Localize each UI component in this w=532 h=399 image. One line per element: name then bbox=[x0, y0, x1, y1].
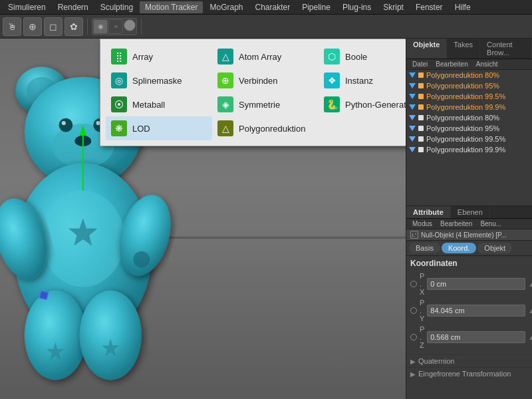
tab-ebenen[interactable]: Ebenen bbox=[451, 206, 490, 218]
list-item[interactable]: Polygonreduktion 80% bbox=[406, 70, 532, 80]
menu-mograph[interactable]: MoGraph bbox=[204, 1, 248, 13]
coord-radio-z[interactable] bbox=[410, 334, 417, 340]
object-color-dot bbox=[418, 136, 424, 142]
coord-radio-y[interactable] bbox=[410, 307, 417, 314]
frozen-transform-collapse[interactable]: ▶ Eingefrorene Transformation bbox=[406, 367, 532, 380]
dropdown-item-boole[interactable]: ⬡ Boole bbox=[319, 45, 406, 68]
null-object-icon: L° bbox=[410, 231, 418, 239]
toolbar-btn-4[interactable]: ✿ bbox=[65, 17, 83, 36]
tab-takes[interactable]: Takes bbox=[447, 39, 480, 59]
dropdown-item-splinemaske[interactable]: ◎ Splinemaske bbox=[106, 68, 212, 92]
menu-plug-ins[interactable]: Plug-ins bbox=[337, 1, 376, 13]
dropdown-item-metaball[interactable]: ⦿ Metaball bbox=[106, 92, 212, 116]
lod-icon: ❋ bbox=[111, 120, 127, 136]
menu-simulieren[interactable]: Simulieren bbox=[3, 1, 51, 13]
toolbar-btn-1[interactable]: 🖱 bbox=[3, 17, 21, 36]
basis-tab-objekt[interactable]: Objekt bbox=[477, 243, 512, 253]
viewport[interactable]: ⣿ Array △ Atom Array ⬡ Boole ◎ Splinemas… bbox=[0, 39, 406, 399]
obj-menu-ansicht[interactable]: Ansicht bbox=[472, 60, 502, 68]
toolbar-separator-1 bbox=[87, 19, 88, 35]
menu-pipeline[interactable]: Pipeline bbox=[297, 1, 336, 13]
list-item[interactable]: Polygonreduktion 95% bbox=[406, 123, 532, 134]
python-generator-icon: 🐍 bbox=[324, 96, 340, 112]
quaternion-collapse[interactable]: ▶ Quaternion bbox=[406, 354, 532, 367]
menu-motion-tracker[interactable]: Motion Tracker bbox=[140, 1, 203, 13]
tab-attribute[interactable]: Attribute bbox=[406, 206, 451, 218]
menu-bar: Simulieren Rendern Sculpting Motion Trac… bbox=[0, 0, 532, 15]
menu-rendern[interactable]: Rendern bbox=[53, 1, 94, 13]
polygonreduktion-icon: △ bbox=[217, 120, 233, 136]
coord-sep-3: ▲ bbox=[528, 334, 532, 341]
obj-menu-datei[interactable]: Datei bbox=[408, 60, 432, 68]
obj-menu-bearbeiten[interactable]: Bearbeiten bbox=[432, 60, 471, 68]
coord-label-x: P . X bbox=[420, 272, 424, 296]
basis-tab-basis[interactable]: Basis bbox=[409, 243, 440, 253]
list-item[interactable]: Polygonreduktion 95% bbox=[406, 80, 532, 91]
object-tri-icon bbox=[409, 94, 416, 99]
object-name: Polygonreduktion 99.5% bbox=[426, 135, 505, 143]
object-color-dot bbox=[418, 83, 424, 88]
list-item[interactable]: Polygonreduktion 99.9% bbox=[406, 102, 532, 112]
list-item[interactable]: Polygonreduktion 99.5% bbox=[406, 91, 532, 102]
lod-label: LOD bbox=[132, 124, 150, 134]
toolbar-radio-2[interactable]: ○ bbox=[108, 19, 123, 34]
dropdown-item-python-generator[interactable]: 🐍 Python-Generator bbox=[319, 92, 406, 116]
coord-section-title: Koordinaten bbox=[410, 259, 528, 268]
dropdown-item-instanz[interactable]: ❖ Instanz bbox=[319, 68, 406, 92]
object-manager-tab-bar: Objekte Takes Content Brow... bbox=[406, 39, 532, 59]
coord-input-z[interactable] bbox=[427, 331, 525, 343]
dropdown-item-atom-array[interactable]: △ Atom Array bbox=[212, 45, 319, 68]
coord-sep-1: ▲ bbox=[528, 281, 532, 288]
toolbar-btn-2[interactable]: ⊕ bbox=[23, 17, 42, 36]
dropdown-empty bbox=[319, 116, 406, 140]
menu-charakter[interactable]: Charakter bbox=[250, 1, 296, 13]
object-tri-icon bbox=[409, 147, 416, 152]
object-tri-icon bbox=[409, 72, 416, 78]
dropdown-item-lod[interactable]: ❋ LOD bbox=[106, 116, 212, 140]
dropdown-item-symmetrie[interactable]: ◈ Symmetrie bbox=[212, 92, 319, 116]
dropdown-item-verbinden[interactable]: ⊕ Verbinden bbox=[212, 68, 319, 92]
tab-objekte[interactable]: Objekte bbox=[406, 39, 447, 59]
attr-menu-bearbeiten[interactable]: Bearbeiten bbox=[436, 219, 476, 228]
object-name: Polygonreduktion 80% bbox=[426, 71, 499, 79]
instanz-label: Instanz bbox=[345, 76, 373, 86]
attr-menu-modus[interactable]: Modus bbox=[408, 219, 436, 228]
object-tri-icon bbox=[409, 104, 416, 110]
menu-hilfe[interactable]: Hilfe bbox=[450, 1, 476, 13]
coordinates-section: Koordinaten P . X ▲ G . X P . Y ▲ G . Y bbox=[406, 256, 532, 354]
python-generator-label: Python-Generator bbox=[345, 100, 406, 110]
object-tri-icon bbox=[409, 83, 416, 88]
coord-radio-x[interactable] bbox=[410, 281, 417, 287]
list-item[interactable]: Polygonreduktion 99.5% bbox=[406, 134, 532, 144]
attr-tab-bar: Attribute Ebenen bbox=[406, 206, 532, 219]
svg-point-8 bbox=[62, 121, 66, 125]
coord-input-y[interactable] bbox=[427, 305, 525, 317]
menu-fenster[interactable]: Fenster bbox=[410, 1, 448, 13]
dropdown-item-polygonreduktion[interactable]: △ Polygonreduktion bbox=[212, 116, 319, 140]
verbinden-label: Verbinden bbox=[239, 76, 278, 86]
toolbar-radio-1[interactable]: ◉ bbox=[93, 19, 108, 34]
tab-content-browser[interactable]: Content Brow... bbox=[480, 39, 532, 59]
coord-row-y: P . Y ▲ G . Y bbox=[410, 299, 528, 323]
menu-skript[interactable]: Skript bbox=[378, 1, 409, 13]
right-panel: Objekte Takes Content Brow... Datei Bear… bbox=[406, 39, 532, 399]
boole-icon: ⬡ bbox=[324, 49, 340, 65]
basis-tab-koord[interactable]: Koord. bbox=[442, 243, 476, 253]
boole-label: Boole bbox=[345, 52, 367, 62]
coord-input-x[interactable] bbox=[427, 278, 525, 290]
object-name: Polygonreduktion 95% bbox=[426, 124, 499, 132]
instanz-icon: ❖ bbox=[324, 72, 340, 88]
object-name: Polygonreduktion 99.5% bbox=[426, 92, 505, 100]
dropdown-item-array[interactable]: ⣿ Array bbox=[106, 45, 212, 68]
menu-sculpting[interactable]: Sculpting bbox=[95, 1, 138, 13]
list-item[interactable]: Polygonreduktion 99.9% bbox=[406, 144, 532, 155]
object-manager-menu-bar: Datei Bearbeiten Ansicht bbox=[406, 59, 532, 70]
array-label: Array bbox=[132, 52, 153, 62]
list-item[interactable]: Polygonreduktion 80% bbox=[406, 112, 532, 123]
toolbar-btn-3[interactable]: ◻ bbox=[44, 17, 63, 36]
object-name: Polygonreduktion 99.9% bbox=[426, 146, 505, 154]
toolbar-radio-3[interactable] bbox=[124, 19, 136, 31]
toolbar-separator-2 bbox=[141, 19, 142, 35]
attr-menu-benu[interactable]: Benu... bbox=[476, 219, 505, 228]
atom-array-label: Atom Array bbox=[239, 52, 281, 62]
